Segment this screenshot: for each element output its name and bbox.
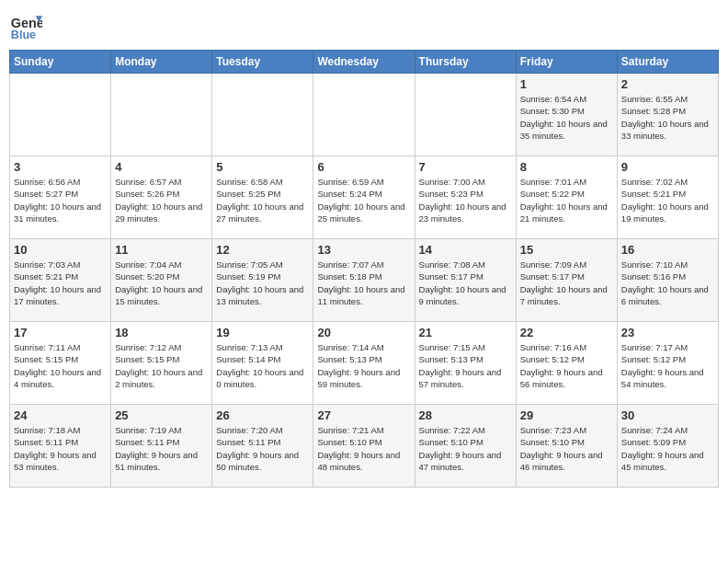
calendar-cell: 3Sunrise: 6:56 AM Sunset: 5:27 PM Daylig… (10, 156, 111, 239)
calendar-cell: 2Sunrise: 6:55 AM Sunset: 5:28 PM Daylig… (617, 74, 718, 156)
calendar-cell: 18Sunrise: 7:12 AM Sunset: 5:15 PM Dayli… (111, 322, 212, 405)
weekday-header: Thursday (415, 51, 516, 74)
calendar-cell: 27Sunrise: 7:21 AM Sunset: 5:10 PM Dayli… (313, 405, 415, 488)
day-info: Sunrise: 7:22 AM Sunset: 5:10 PM Dayligh… (419, 424, 512, 473)
calendar-cell: 10Sunrise: 7:03 AM Sunset: 5:21 PM Dayli… (10, 239, 111, 322)
calendar-cell: 21Sunrise: 7:15 AM Sunset: 5:13 PM Dayli… (415, 322, 516, 405)
day-number: 23 (621, 326, 714, 339)
day-info: Sunrise: 7:11 AM Sunset: 5:15 PM Dayligh… (14, 341, 107, 390)
day-info: Sunrise: 7:10 AM Sunset: 5:16 PM Dayligh… (621, 259, 714, 307)
day-info: Sunrise: 7:17 AM Sunset: 5:12 PM Dayligh… (621, 341, 714, 390)
day-info: Sunrise: 7:23 AM Sunset: 5:10 PM Dayligh… (520, 424, 613, 473)
day-number: 30 (621, 408, 714, 422)
calendar-week-row: 24Sunrise: 7:18 AM Sunset: 5:11 PM Dayli… (10, 405, 719, 488)
day-number: 24 (14, 408, 107, 422)
calendar-cell (313, 74, 415, 156)
day-number: 10 (14, 243, 107, 257)
calendar-cell: 19Sunrise: 7:13 AM Sunset: 5:14 PM Dayli… (212, 322, 313, 405)
calendar-week-row: 17Sunrise: 7:11 AM Sunset: 5:15 PM Dayli… (10, 322, 719, 405)
day-info: Sunrise: 6:59 AM Sunset: 5:24 PM Dayligh… (317, 176, 410, 224)
day-info: Sunrise: 7:18 AM Sunset: 5:11 PM Dayligh… (14, 424, 107, 473)
day-info: Sunrise: 6:58 AM Sunset: 5:25 PM Dayligh… (216, 176, 309, 224)
logo: General Blue (9, 9, 42, 42)
calendar-cell: 11Sunrise: 7:04 AM Sunset: 5:20 PM Dayli… (111, 239, 212, 322)
day-number: 18 (115, 326, 208, 339)
day-number: 6 (317, 160, 410, 174)
calendar-cell: 24Sunrise: 7:18 AM Sunset: 5:11 PM Dayli… (10, 405, 111, 488)
calendar-cell: 20Sunrise: 7:14 AM Sunset: 5:13 PM Dayli… (313, 322, 415, 405)
day-info: Sunrise: 7:24 AM Sunset: 5:09 PM Dayligh… (621, 424, 714, 473)
calendar-cell: 17Sunrise: 7:11 AM Sunset: 5:15 PM Dayli… (10, 322, 111, 405)
day-number: 25 (115, 408, 208, 422)
day-number: 28 (419, 408, 512, 422)
day-number: 5 (216, 160, 309, 174)
calendar-cell (10, 74, 111, 156)
day-info: Sunrise: 7:19 AM Sunset: 5:11 PM Dayligh… (115, 424, 208, 473)
day-info: Sunrise: 7:05 AM Sunset: 5:19 PM Dayligh… (216, 259, 309, 307)
calendar-cell: 14Sunrise: 7:08 AM Sunset: 5:17 PM Dayli… (415, 239, 516, 322)
weekday-header: Monday (111, 51, 212, 74)
calendar-header-row: SundayMondayTuesdayWednesdayThursdayFrid… (10, 51, 719, 74)
day-number: 21 (419, 326, 512, 339)
day-info: Sunrise: 7:08 AM Sunset: 5:17 PM Dayligh… (419, 259, 512, 307)
day-info: Sunrise: 7:13 AM Sunset: 5:14 PM Dayligh… (216, 341, 309, 390)
calendar-week-row: 10Sunrise: 7:03 AM Sunset: 5:21 PM Dayli… (10, 239, 719, 322)
day-info: Sunrise: 7:14 AM Sunset: 5:13 PM Dayligh… (317, 341, 410, 390)
calendar-cell (111, 74, 212, 156)
day-info: Sunrise: 6:55 AM Sunset: 5:28 PM Dayligh… (621, 93, 714, 142)
day-number: 11 (115, 243, 208, 257)
calendar-cell: 9Sunrise: 7:02 AM Sunset: 5:21 PM Daylig… (617, 156, 718, 239)
day-info: Sunrise: 7:02 AM Sunset: 5:21 PM Dayligh… (621, 176, 714, 224)
calendar-cell: 15Sunrise: 7:09 AM Sunset: 5:17 PM Dayli… (516, 239, 617, 322)
day-number: 17 (14, 326, 107, 339)
day-number: 15 (520, 243, 613, 257)
day-info: Sunrise: 6:56 AM Sunset: 5:27 PM Dayligh… (14, 176, 107, 224)
logo-icon: General Blue (9, 9, 42, 42)
calendar-body: 1Sunrise: 6:54 AM Sunset: 5:30 PM Daylig… (10, 74, 719, 488)
day-info: Sunrise: 7:20 AM Sunset: 5:11 PM Dayligh… (216, 424, 309, 473)
calendar-cell: 5Sunrise: 6:58 AM Sunset: 5:25 PM Daylig… (212, 156, 313, 239)
svg-text:Blue: Blue (11, 29, 36, 41)
calendar-cell: 13Sunrise: 7:07 AM Sunset: 5:18 PM Dayli… (313, 239, 415, 322)
day-info: Sunrise: 6:54 AM Sunset: 5:30 PM Dayligh… (520, 93, 613, 142)
weekday-header: Sunday (10, 51, 111, 74)
calendar-cell: 6Sunrise: 6:59 AM Sunset: 5:24 PM Daylig… (313, 156, 415, 239)
calendar-cell: 30Sunrise: 7:24 AM Sunset: 5:09 PM Dayli… (617, 405, 718, 488)
day-number: 26 (216, 408, 309, 422)
day-number: 14 (419, 243, 512, 257)
day-info: Sunrise: 7:01 AM Sunset: 5:22 PM Dayligh… (520, 176, 613, 224)
calendar-cell: 8Sunrise: 7:01 AM Sunset: 5:22 PM Daylig… (516, 156, 617, 239)
calendar-week-row: 3Sunrise: 6:56 AM Sunset: 5:27 PM Daylig… (10, 156, 719, 239)
calendar-cell: 26Sunrise: 7:20 AM Sunset: 5:11 PM Dayli… (212, 405, 313, 488)
day-info: Sunrise: 7:04 AM Sunset: 5:20 PM Dayligh… (115, 259, 208, 307)
day-info: Sunrise: 7:00 AM Sunset: 5:23 PM Dayligh… (419, 176, 512, 224)
day-number: 1 (520, 77, 613, 91)
calendar-cell: 4Sunrise: 6:57 AM Sunset: 5:26 PM Daylig… (111, 156, 212, 239)
day-number: 27 (317, 408, 410, 422)
day-number: 9 (621, 160, 714, 174)
day-info: Sunrise: 7:21 AM Sunset: 5:10 PM Dayligh… (317, 424, 410, 473)
calendar-cell (212, 74, 313, 156)
day-info: Sunrise: 7:16 AM Sunset: 5:12 PM Dayligh… (520, 341, 613, 390)
calendar-cell: 16Sunrise: 7:10 AM Sunset: 5:16 PM Dayli… (617, 239, 718, 322)
calendar-cell: 23Sunrise: 7:17 AM Sunset: 5:12 PM Dayli… (617, 322, 718, 405)
day-number: 2 (621, 77, 714, 91)
weekday-header: Saturday (617, 51, 718, 74)
day-number: 29 (520, 408, 613, 422)
calendar-table: SundayMondayTuesdayWednesdayThursdayFrid… (9, 50, 719, 488)
day-number: 12 (216, 243, 309, 257)
day-info: Sunrise: 7:15 AM Sunset: 5:13 PM Dayligh… (419, 341, 512, 390)
calendar-cell: 7Sunrise: 7:00 AM Sunset: 5:23 PM Daylig… (415, 156, 516, 239)
weekday-header: Tuesday (212, 51, 313, 74)
page-header: General Blue (9, 9, 719, 42)
day-info: Sunrise: 7:07 AM Sunset: 5:18 PM Dayligh… (317, 259, 410, 307)
calendar-cell: 22Sunrise: 7:16 AM Sunset: 5:12 PM Dayli… (516, 322, 617, 405)
day-number: 20 (317, 326, 410, 339)
day-info: Sunrise: 7:12 AM Sunset: 5:15 PM Dayligh… (115, 341, 208, 390)
weekday-header: Wednesday (313, 51, 415, 74)
day-number: 4 (115, 160, 208, 174)
day-info: Sunrise: 7:03 AM Sunset: 5:21 PM Dayligh… (14, 259, 107, 307)
calendar-cell (415, 74, 516, 156)
day-number: 8 (520, 160, 613, 174)
calendar-week-row: 1Sunrise: 6:54 AM Sunset: 5:30 PM Daylig… (10, 74, 719, 156)
